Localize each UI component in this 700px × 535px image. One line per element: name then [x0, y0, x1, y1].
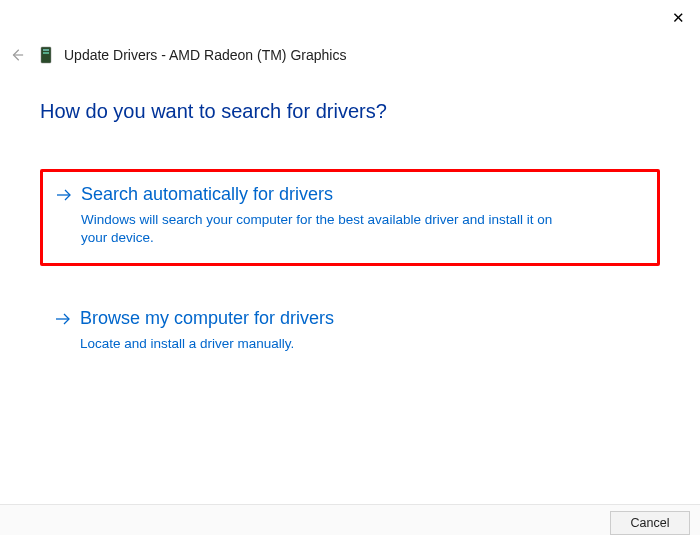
- arrow-right-icon: [55, 186, 73, 204]
- window-title: Update Drivers - AMD Radeon (TM) Graphic…: [64, 47, 346, 63]
- option-title: Browse my computer for drivers: [80, 308, 334, 329]
- option-title-row: Search automatically for drivers: [55, 184, 645, 205]
- option-title-row: Browse my computer for drivers: [54, 308, 646, 329]
- svg-rect-1: [43, 49, 49, 51]
- cancel-button[interactable]: Cancel: [610, 511, 690, 535]
- title-row: Update Drivers - AMD Radeon (TM) Graphic…: [6, 44, 346, 66]
- content-area: How do you want to search for drivers? S…: [40, 100, 660, 396]
- svg-rect-2: [43, 52, 49, 54]
- option-browse-computer[interactable]: Browse my computer for drivers Locate an…: [40, 308, 660, 353]
- page-heading: How do you want to search for drivers?: [40, 100, 660, 123]
- footer-bar: Cancel: [0, 504, 700, 535]
- arrow-right-icon: [54, 310, 72, 328]
- back-arrow-icon: [10, 48, 24, 62]
- back-button[interactable]: [6, 44, 28, 66]
- option-title: Search automatically for drivers: [81, 184, 333, 205]
- option-description: Windows will search your computer for th…: [81, 211, 571, 247]
- device-icon: [38, 46, 54, 64]
- option-description: Locate and install a driver manually.: [80, 335, 570, 353]
- close-button[interactable]: ✕: [664, 4, 692, 32]
- option-search-automatically[interactable]: Search automatically for drivers Windows…: [40, 169, 660, 266]
- close-icon: ✕: [672, 9, 685, 27]
